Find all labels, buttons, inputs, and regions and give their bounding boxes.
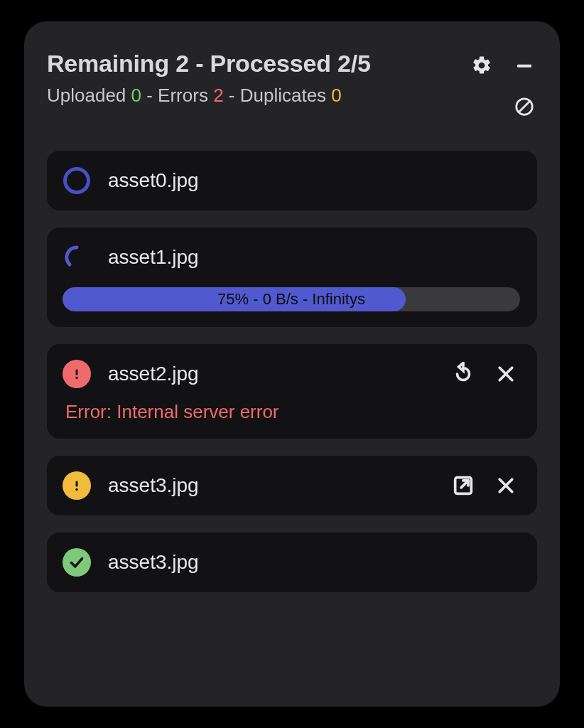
- svg-rect-0: [517, 65, 531, 68]
- svg-rect-3: [76, 370, 78, 375]
- row-actions: [449, 360, 520, 388]
- upload-row: asset1.jpg 75% - 0 B/s - Infinitys: [47, 228, 537, 327]
- header-texts: Remaining 2 - Processed 2/5 Uploaded 0 -…: [47, 50, 371, 107]
- error-message: Error: Internal server error: [63, 401, 520, 423]
- errors-label: - Errors: [141, 85, 213, 106]
- close-icon: [495, 363, 517, 385]
- check-icon: [67, 553, 86, 572]
- row-main: asset2.jpg: [63, 360, 520, 388]
- header-actions: [469, 50, 537, 119]
- status-error: [63, 360, 91, 388]
- dismiss-button[interactable]: [492, 471, 520, 500]
- row-main: asset1.jpg: [63, 243, 520, 272]
- retry-button[interactable]: [449, 360, 477, 388]
- errors-count: 2: [213, 85, 223, 106]
- file-name: asset2.jpg: [108, 363, 199, 385]
- svg-point-4: [75, 377, 77, 379]
- row-actions: [449, 471, 520, 500]
- spinner-icon: [64, 245, 90, 270]
- upload-row: asset3.jpg: [47, 532, 537, 592]
- progress-label: 75% - 0 B/s - Infinitys: [63, 287, 520, 311]
- svg-point-8: [75, 488, 77, 491]
- file-name: asset3.jpg: [108, 551, 199, 574]
- uploaded-label: Uploaded: [47, 85, 131, 106]
- row-main: asset0.jpg: [63, 166, 520, 195]
- cancel-icon: [514, 96, 535, 117]
- progress-bar: 75% - 0 B/s - Infinitys: [63, 287, 520, 311]
- svg-rect-7: [76, 481, 78, 487]
- minimize-icon: [514, 55, 535, 76]
- minimize-button[interactable]: [512, 53, 537, 78]
- cancel-all-button[interactable]: [512, 94, 537, 119]
- status-success: [63, 548, 91, 577]
- svg-line-2: [519, 102, 530, 112]
- dismiss-button[interactable]: [492, 360, 520, 388]
- retry-icon: [451, 362, 475, 386]
- circle-icon: [63, 167, 90, 194]
- file-name: asset1.jpg: [108, 246, 199, 269]
- status-uploading: [63, 243, 91, 272]
- close-icon: [495, 475, 517, 496]
- row-main: asset3.jpg: [63, 471, 520, 500]
- file-name: asset3.jpg: [108, 474, 199, 497]
- duplicates-label: - Duplicates: [224, 85, 332, 106]
- gear-icon: [471, 55, 492, 76]
- exclamation-icon: [69, 366, 85, 382]
- open-external-icon: [451, 473, 475, 498]
- title: Remaining 2 - Processed 2/5: [47, 50, 371, 77]
- upload-panel: Remaining 2 - Processed 2/5 Uploaded 0 -…: [24, 21, 560, 707]
- status-duplicate: [63, 471, 91, 500]
- duplicates-count: 0: [331, 85, 341, 106]
- exclamation-icon: [69, 478, 85, 493]
- row-main: asset3.jpg: [63, 548, 520, 577]
- file-name: asset0.jpg: [108, 169, 199, 192]
- upload-row: asset3.jpg: [47, 456, 537, 515]
- upload-row: asset0.jpg: [47, 151, 537, 210]
- status-pending: [63, 166, 91, 195]
- open-button[interactable]: [449, 471, 477, 500]
- settings-button[interactable]: [469, 53, 494, 78]
- upload-list: asset0.jpg asset1.jpg 75% - 0 B/s - Infi…: [47, 151, 537, 592]
- upload-row: asset2.jpg Error: Internal server error: [47, 344, 537, 439]
- uploaded-count: 0: [131, 85, 141, 106]
- panel-header: Remaining 2 - Processed 2/5 Uploaded 0 -…: [47, 50, 537, 119]
- header-actions-top: [469, 53, 537, 78]
- subtitle: Uploaded 0 - Errors 2 - Duplicates 0: [47, 85, 371, 107]
